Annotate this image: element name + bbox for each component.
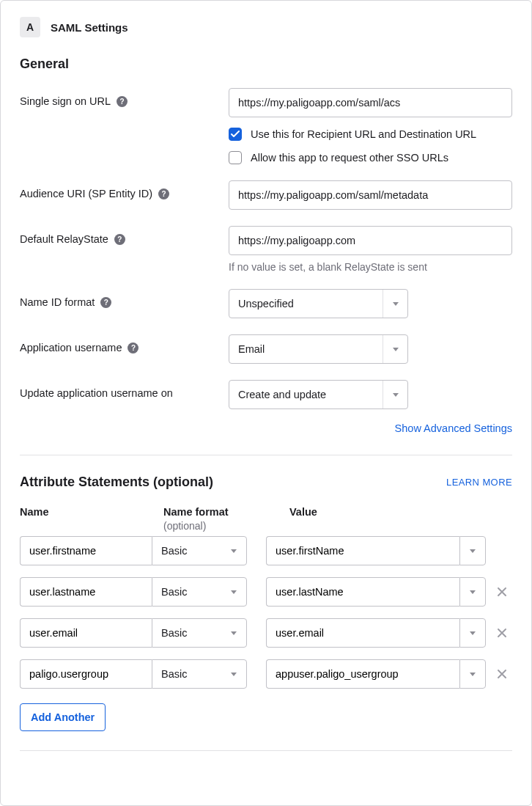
default-relaystate-label: Default RelayState [20, 233, 108, 245]
general-heading: General [20, 56, 512, 72]
col-format-sub: (optional) [163, 520, 251, 532]
help-icon[interactable]: ? [114, 234, 125, 245]
divider [20, 455, 512, 455]
help-icon[interactable]: ? [158, 188, 169, 199]
app-username-value: Email [238, 343, 265, 355]
allow-other-sso-checkbox[interactable] [229, 151, 242, 164]
panel-header: A SAML Settings [20, 17, 512, 37]
allow-other-sso-label: Allow this app to request other SSO URLs [251, 152, 448, 164]
default-relaystate-input[interactable] [229, 226, 512, 255]
attribute-row: Basic [20, 659, 512, 689]
remove-row-icon[interactable] [492, 587, 512, 597]
attr-value-input[interactable] [266, 536, 459, 565]
remove-row-icon[interactable] [492, 628, 512, 638]
attribute-column-headers: Name Name format (optional) Value [20, 506, 512, 532]
col-value-header: Value [289, 506, 512, 532]
col-name-header: Name [20, 506, 152, 518]
app-username-label: Application username [20, 342, 122, 353]
chevron-down-icon [221, 578, 246, 606]
chevron-down-icon [383, 290, 407, 318]
attr-value-dropdown[interactable] [459, 659, 486, 689]
divider [20, 750, 512, 751]
remove-row-icon[interactable] [492, 669, 512, 679]
name-id-format-label: Name ID format [20, 296, 95, 308]
field-name-id-format: Name ID format ? Unspecified [20, 289, 512, 318]
attribute-row: Basic [20, 618, 512, 648]
chevron-down-icon [383, 335, 407, 363]
attribute-row: Basic [20, 536, 512, 565]
attr-value-dropdown[interactable] [459, 536, 486, 565]
panel-title: SAML Settings [51, 21, 128, 34]
attr-name-input[interactable] [20, 618, 152, 648]
app-username-select[interactable]: Email [229, 334, 408, 364]
col-format-header: Name format [163, 506, 251, 518]
attr-format-value: Basic [161, 668, 187, 680]
name-id-format-value: Unspecified [238, 298, 294, 309]
update-username-on-value: Create and update [238, 389, 326, 400]
update-username-on-label: Update application username on [20, 387, 173, 399]
learn-more-link[interactable]: LEARN MORE [446, 477, 512, 488]
attribute-statements-heading: Attribute Statements (optional) [20, 475, 213, 490]
field-update-username-on: Update application username on Create an… [20, 380, 512, 409]
sso-url-label: Single sign on URL [20, 95, 111, 107]
attr-value-input[interactable] [266, 618, 459, 648]
field-default-relaystate: Default RelayState ? If no value is set,… [20, 226, 512, 273]
add-another-button[interactable]: Add Another [20, 703, 106, 731]
help-icon[interactable]: ? [100, 297, 111, 308]
update-username-on-select[interactable]: Create and update [229, 380, 408, 409]
chevron-down-icon [221, 660, 246, 688]
attr-format-select[interactable]: Basic [152, 536, 247, 565]
help-icon[interactable]: ? [128, 342, 138, 353]
attr-name-input[interactable] [20, 536, 152, 565]
chevron-down-icon [221, 537, 246, 565]
use-for-recipient-row: Use this for Recipient URL and Destinati… [229, 128, 512, 141]
use-for-recipient-label: Use this for Recipient URL and Destinati… [251, 128, 476, 140]
field-app-username: Application username ? Email [20, 334, 512, 364]
attr-format-select[interactable]: Basic [152, 618, 247, 648]
chevron-down-icon [221, 619, 246, 647]
default-relaystate-hint: If no value is set, a blank RelayState i… [229, 261, 512, 273]
audience-uri-label: Audience URI (SP Entity ID) [20, 188, 152, 199]
field-audience-uri: Audience URI (SP Entity ID) ? [20, 180, 512, 210]
attr-format-select[interactable]: Basic [152, 659, 247, 689]
help-icon[interactable]: ? [117, 96, 128, 107]
sso-url-input[interactable] [229, 88, 512, 117]
attr-value-input[interactable] [266, 577, 459, 607]
audience-uri-input[interactable] [229, 180, 512, 210]
chevron-down-icon [383, 381, 407, 409]
attribute-row: Basic [20, 577, 512, 607]
attr-format-value: Basic [161, 627, 187, 639]
use-for-recipient-checkbox[interactable] [229, 128, 242, 141]
attr-format-select[interactable]: Basic [152, 577, 247, 607]
attr-name-input[interactable] [20, 659, 152, 689]
attr-format-value: Basic [161, 586, 187, 598]
attr-value-dropdown[interactable] [459, 577, 486, 607]
step-badge: A [20, 17, 40, 37]
attr-value-input[interactable] [266, 659, 459, 689]
show-advanced-settings-link[interactable]: Show Advanced Settings [395, 422, 512, 434]
name-id-format-select[interactable]: Unspecified [229, 289, 408, 318]
attr-name-input[interactable] [20, 577, 152, 607]
attr-value-dropdown[interactable] [459, 618, 486, 648]
allow-other-sso-row: Allow this app to request other SSO URLs [229, 151, 512, 164]
attr-format-value: Basic [161, 545, 187, 557]
field-sso-url: Single sign on URL ? Use this for Recipi… [20, 88, 512, 164]
saml-settings-panel: A SAML Settings General Single sign on U… [0, 0, 532, 806]
